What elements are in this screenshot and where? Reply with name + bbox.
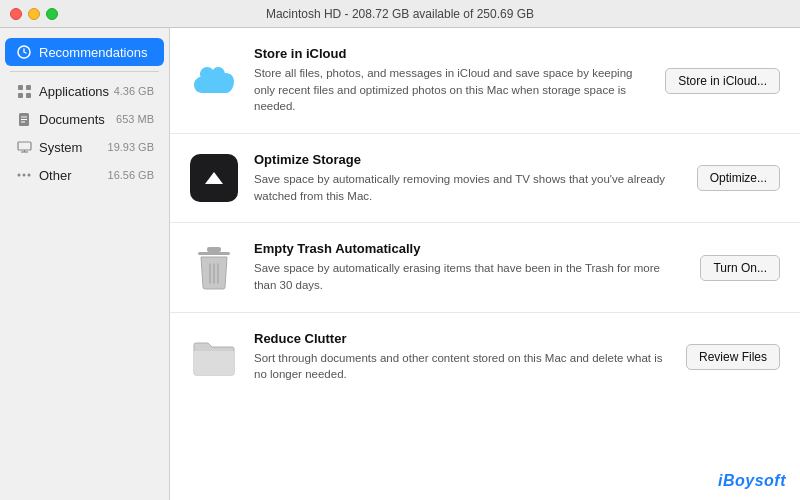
icloud-action-button[interactable]: Store in iCloud... (665, 68, 780, 94)
close-button[interactable] (10, 8, 22, 20)
svg-point-12 (18, 174, 21, 177)
maximize-button[interactable] (46, 8, 58, 20)
watermark: iBoysoft (718, 472, 786, 490)
icloud-text: Store in iCloud Store all files, photos,… (254, 46, 649, 115)
icloud-icon (190, 57, 238, 105)
optimize-text: Optimize Storage Save space by automatic… (254, 152, 681, 204)
sidebar-item-label: Applications (39, 84, 114, 99)
sidebar-item-label: Documents (39, 112, 116, 127)
sidebar-item-recommendations[interactable]: Recommendations (5, 38, 164, 66)
traffic-lights (10, 8, 58, 20)
svg-point-13 (23, 174, 26, 177)
trash-text: Empty Trash Automatically Save space by … (254, 241, 684, 293)
trash-icon (190, 244, 238, 292)
optimize-desc: Save space by automatically removing mov… (254, 171, 681, 204)
sidebar-item-size: 4.36 GB (114, 85, 154, 97)
svg-rect-2 (26, 85, 31, 90)
svg-rect-15 (198, 252, 230, 255)
other-icon (15, 166, 33, 184)
clutter-action-button[interactable]: Review Files (686, 344, 780, 370)
recommendation-optimize: Optimize Storage Save space by automatic… (170, 134, 800, 223)
svg-rect-4 (26, 93, 31, 98)
sidebar: Recommendations Applications 4.36 GB (0, 28, 170, 500)
clutter-desc: Sort through documents and other content… (254, 350, 670, 383)
titlebar: Macintosh HD - 208.72 GB available of 25… (0, 0, 800, 28)
sidebar-item-system[interactable]: System 19.93 GB (5, 133, 164, 161)
optimize-button-wrap: Optimize... (697, 165, 780, 191)
svg-rect-16 (207, 247, 221, 252)
clutter-button-wrap: Review Files (686, 344, 780, 370)
minimize-button[interactable] (28, 8, 40, 20)
trash-title: Empty Trash Automatically (254, 241, 684, 256)
icloud-desc: Store all files, photos, and messages in… (254, 65, 649, 115)
svg-rect-1 (18, 85, 23, 90)
recommendations-icon (15, 43, 33, 61)
trash-action-button[interactable]: Turn On... (700, 255, 780, 281)
applications-icon (15, 82, 33, 100)
sidebar-item-size: 16.56 GB (108, 169, 154, 181)
recommendation-clutter: Reduce Clutter Sort through documents an… (170, 313, 800, 401)
svg-rect-9 (18, 142, 31, 150)
content-area: Store in iCloud Store all files, photos,… (170, 28, 800, 500)
sidebar-item-applications[interactable]: Applications 4.36 GB (5, 77, 164, 105)
sidebar-divider (10, 71, 159, 72)
svg-rect-3 (18, 93, 23, 98)
icloud-button-wrap: Store in iCloud... (665, 68, 780, 94)
folder-icon (190, 333, 238, 381)
clutter-title: Reduce Clutter (254, 331, 670, 346)
sidebar-item-label: Recommendations (39, 45, 154, 60)
window-title: Macintosh HD - 208.72 GB available of 25… (266, 7, 534, 21)
clutter-text: Reduce Clutter Sort through documents an… (254, 331, 670, 383)
sidebar-item-size: 19.93 GB (108, 141, 154, 153)
recommendation-icloud: Store in iCloud Store all files, photos,… (170, 28, 800, 134)
sidebar-item-label: System (39, 140, 108, 155)
recommendation-trash: Empty Trash Automatically Save space by … (170, 223, 800, 312)
system-icon (15, 138, 33, 156)
optimize-action-button[interactable]: Optimize... (697, 165, 780, 191)
trash-desc: Save space by automatically erasing item… (254, 260, 684, 293)
appletv-icon (190, 154, 238, 202)
svg-point-14 (28, 174, 31, 177)
watermark-text: iBoysoft (718, 472, 786, 489)
sidebar-item-label: Other (39, 168, 108, 183)
documents-icon (15, 110, 33, 128)
sidebar-item-other[interactable]: Other 16.56 GB (5, 161, 164, 189)
trash-button-wrap: Turn On... (700, 255, 780, 281)
optimize-title: Optimize Storage (254, 152, 681, 167)
icloud-title: Store in iCloud (254, 46, 649, 61)
sidebar-item-size: 653 MB (116, 113, 154, 125)
sidebar-item-documents[interactable]: Documents 653 MB (5, 105, 164, 133)
main-layout: Recommendations Applications 4.36 GB (0, 28, 800, 500)
